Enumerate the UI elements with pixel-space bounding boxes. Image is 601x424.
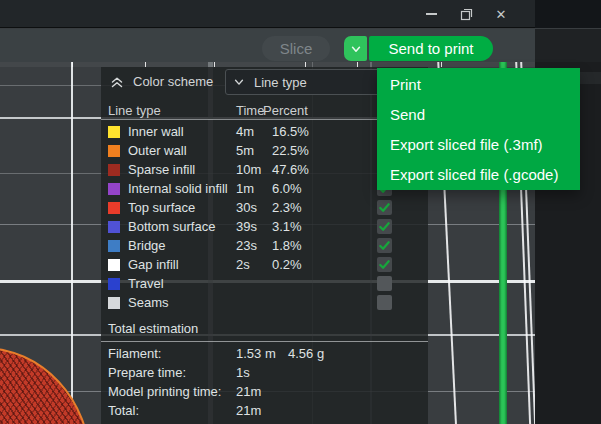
panel-title: Color scheme — [133, 67, 213, 97]
divider — [101, 341, 428, 342]
send-to-print-button[interactable]: Send to print — [369, 36, 493, 61]
line-type-percent: 3.1% — [272, 217, 302, 236]
app-window: ✕ Slice Send to print Color scheme — [0, 0, 601, 424]
line-type-visibility-checkbox[interactable] — [377, 238, 392, 253]
table-row: Top surface30s2.3% — [101, 198, 428, 217]
menu-item-send[interactable]: Send — [377, 100, 580, 130]
window-controls: ✕ — [420, 3, 512, 25]
line-type-color-swatch — [108, 164, 120, 176]
send-options-dropdown-button[interactable] — [344, 36, 367, 61]
menu-item-export-sliced-file-gcode[interactable]: Export sliced file (.gcode) — [377, 160, 580, 190]
grid-line-vertical — [71, 57, 73, 424]
line-type-visibility-checkbox[interactable] — [377, 200, 392, 215]
line-type-color-swatch — [108, 240, 120, 252]
line-type-time: 2s — [236, 255, 250, 274]
table-row: Bottom surface39s3.1% — [101, 217, 428, 236]
total-row-label: Filament: — [108, 344, 161, 363]
restore-window-icon[interactable] — [455, 3, 477, 25]
table-row: Seams — [101, 293, 428, 312]
total-row-label: Model printing time: — [108, 382, 221, 401]
line-type-color-swatch — [108, 126, 120, 138]
line-type-time: 10m — [236, 160, 261, 179]
line-type-time: 1m — [236, 179, 254, 198]
line-type-color-swatch — [108, 297, 120, 309]
line-type-visibility-checkbox[interactable] — [377, 219, 392, 234]
line-type-label: Seams — [128, 293, 168, 312]
line-type-visibility-checkbox[interactable] — [377, 295, 392, 310]
check-icon — [378, 239, 391, 252]
line-type-label: Internal solid infill — [128, 179, 228, 198]
total-row-value2: 4.56 g — [288, 344, 324, 363]
total-row-label: Total: — [108, 401, 139, 420]
total-row-value: 21m — [236, 382, 261, 401]
sliced-model-preview[interactable] — [0, 347, 91, 424]
line-type-label: Outer wall — [128, 141, 187, 160]
total-estimation-title: Total estimation — [108, 319, 198, 338]
total-row: Filament:1.53 m4.56 g — [101, 344, 428, 363]
line-type-color-swatch — [108, 278, 120, 290]
line-type-color-swatch — [108, 202, 120, 214]
line-type-label: Bridge — [128, 236, 166, 255]
slice-button[interactable]: Slice — [262, 36, 330, 61]
line-type-time: 5m — [236, 141, 254, 160]
line-type-time: 39s — [236, 217, 257, 236]
line-type-time: 4m — [236, 122, 254, 141]
side-area-band — [578, 72, 601, 84]
total-row: Total:21m — [101, 401, 428, 420]
total-row-value: 1.53 m — [236, 344, 276, 363]
check-icon — [378, 258, 391, 271]
total-row: Prepare time:1s — [101, 363, 428, 382]
line-type-time: 23s — [236, 236, 257, 255]
line-type-percent: 2.3% — [272, 198, 302, 217]
check-icon — [378, 220, 391, 233]
menu-item-print[interactable]: Print — [377, 70, 580, 100]
close-icon[interactable]: ✕ — [490, 3, 512, 25]
line-type-visibility-checkbox[interactable] — [377, 257, 392, 272]
total-row: Model printing time:21m — [101, 382, 428, 401]
total-row-label: Prepare time: — [108, 363, 186, 382]
line-type-color-swatch — [108, 259, 120, 271]
chevron-down-icon — [350, 43, 362, 55]
line-type-label: Top surface — [128, 198, 195, 217]
line-type-percent: 1.8% — [272, 236, 302, 255]
table-row: Bridge23s1.8% — [101, 236, 428, 255]
titlebar-corner — [535, 0, 601, 28]
line-type-label: Bottom surface — [128, 217, 215, 236]
line-type-time: 30s — [236, 198, 257, 217]
line-type-percent: 47.6% — [272, 160, 309, 179]
line-type-percent: 0.2% — [272, 255, 302, 274]
chevron-down-icon — [233, 76, 245, 88]
send-to-print-menu: PrintSendExport sliced file (.3mf)Export… — [377, 68, 580, 190]
line-type-percent: 22.5% — [272, 141, 309, 160]
column-header-line-type: Line type — [108, 101, 161, 120]
check-icon — [378, 201, 391, 214]
line-type-visibility-checkbox[interactable] — [377, 276, 392, 291]
column-header-time: Time — [236, 101, 264, 120]
toolbar: Slice Send to print — [0, 29, 535, 62]
line-type-label: Travel — [128, 274, 164, 293]
menu-item-export-sliced-file-3mf[interactable]: Export sliced file (.3mf) — [377, 130, 580, 160]
toolbar-corner — [535, 29, 601, 62]
table-row: Travel — [101, 274, 428, 293]
titlebar: ✕ — [0, 0, 535, 28]
line-type-label: Inner wall — [128, 122, 184, 141]
line-type-label: Gap infill — [128, 255, 179, 274]
total-row-value: 1s — [236, 363, 250, 382]
line-type-percent: 16.5% — [272, 122, 309, 141]
totals-table: Filament:1.53 m4.56 gPrepare time:1sMode… — [101, 344, 428, 420]
line-type-color-swatch — [108, 183, 120, 195]
collapse-panel-icon[interactable] — [110, 75, 124, 92]
view-mode-value: Line type — [254, 75, 307, 90]
line-type-color-swatch — [108, 145, 120, 157]
total-row-value: 21m — [236, 401, 261, 420]
minimize-icon[interactable] — [420, 3, 442, 25]
line-type-label: Sparse infill — [128, 160, 195, 179]
table-row: Gap infill2s0.2% — [101, 255, 428, 274]
line-type-color-swatch — [108, 221, 120, 233]
line-type-percent: 6.0% — [272, 179, 302, 198]
column-header-percent: Percent — [263, 101, 308, 120]
